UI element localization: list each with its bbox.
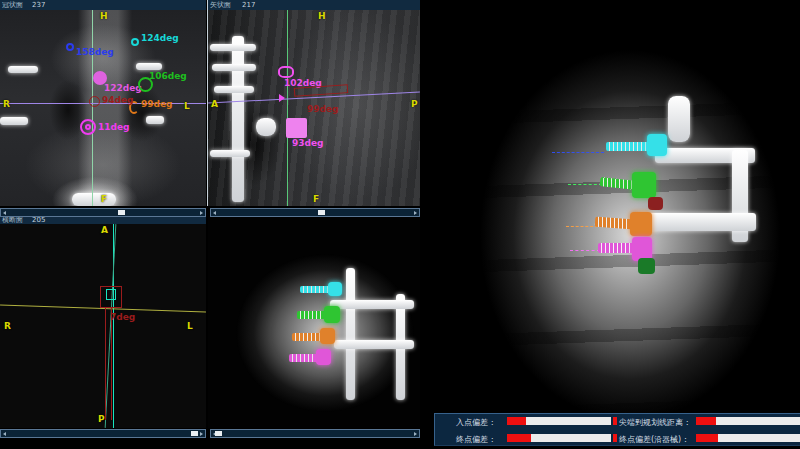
orientation-marker-right: L xyxy=(187,321,193,331)
screw-handle-inner-ring xyxy=(85,124,91,130)
metric-label: 终点偏差(沿器械)： xyxy=(619,435,689,444)
axial-ct-image[interactable] xyxy=(0,224,206,428)
crosshair-vertical-line[interactable] xyxy=(92,10,93,206)
metric-label: 终点偏差： xyxy=(456,435,496,444)
scroll-right-arrow[interactable] xyxy=(414,432,417,436)
orientation-marker-top: H xyxy=(318,11,326,21)
angle-label: 7deg xyxy=(110,312,135,322)
trajectory-line-green xyxy=(568,184,602,185)
trajectory-arrow-magenta xyxy=(279,94,285,102)
angle-label: 99deg xyxy=(141,99,173,109)
screw-magenta[interactable] xyxy=(598,243,634,253)
implant-bright-area xyxy=(668,96,690,142)
angle-label: 94deg xyxy=(102,95,134,105)
sagittal-title: 矢状面 xyxy=(210,0,231,10)
angle-label: 158deg xyxy=(76,47,114,57)
coronal-slice-number: 237 xyxy=(32,0,45,10)
mini-3d-scrollbar[interactable] xyxy=(210,429,420,438)
axial-ct-slice xyxy=(2,240,204,428)
orientation-marker-bottom: F xyxy=(101,194,107,204)
orientation-marker-right: P xyxy=(411,99,418,109)
axial-slice-scrollbar[interactable] xyxy=(0,429,206,438)
coronal-slice-scrollbar[interactable] xyxy=(0,208,206,217)
metric-bar-fill xyxy=(696,434,718,442)
screw-cyan-head[interactable] xyxy=(647,134,667,156)
axial-viewport-header: 横断面 205 xyxy=(0,216,206,224)
scrollbar-thumb[interactable] xyxy=(191,431,198,436)
scrollbar-thumb[interactable] xyxy=(118,210,125,215)
metric-bar-endcap xyxy=(613,434,617,442)
axial-viewport[interactable]: 横断面 205 7deg A P R L xyxy=(0,216,206,428)
screw-maroon-head[interactable] xyxy=(648,197,663,210)
screw-green-head[interactable] xyxy=(324,306,340,323)
implant-rod xyxy=(0,117,28,125)
screw-handle-magenta2[interactable] xyxy=(80,119,96,135)
implant-rod-vertical xyxy=(232,36,244,202)
viewport-separator xyxy=(207,0,208,206)
orientation-marker-left: A xyxy=(211,99,218,109)
trajectory-line-blue xyxy=(552,152,604,153)
orientation-marker-bottom: F xyxy=(313,194,319,204)
implant-rod xyxy=(146,116,164,124)
scroll-left-arrow[interactable] xyxy=(213,211,216,215)
screw-guide-line xyxy=(111,308,112,420)
screw-handle-magenta[interactable] xyxy=(278,66,294,78)
screw-orange-head[interactable] xyxy=(630,212,652,236)
crosshair-vertical-line[interactable] xyxy=(287,10,288,206)
screw-handle-darkred[interactable] xyxy=(89,96,100,107)
target-box-cyan xyxy=(106,289,116,300)
metric-bar-endcap xyxy=(613,417,617,425)
orientation-marker-top: A xyxy=(101,225,108,235)
metric-label: 尖端到规划线距离： xyxy=(619,418,691,427)
screw-orange-head[interactable] xyxy=(320,328,335,344)
metric-bar-fill xyxy=(507,417,526,425)
scroll-left-arrow[interactable] xyxy=(3,211,6,215)
screw-guide-line xyxy=(105,308,106,420)
implant-bright-area xyxy=(256,118,276,136)
scroll-left-arrow[interactable] xyxy=(3,432,6,436)
sagittal-slice-scrollbar[interactable] xyxy=(210,208,420,217)
coronal-viewport-header: 冠状面 237 xyxy=(0,0,206,10)
implant-bright-area xyxy=(72,193,116,206)
metric-bar xyxy=(696,417,800,425)
screw-green-head[interactable] xyxy=(632,172,656,198)
screw-magenta[interactable] xyxy=(289,354,319,362)
scrollbar-thumb[interactable] xyxy=(318,210,325,215)
orientation-marker-left: R xyxy=(3,99,10,109)
screw-handle-cyan[interactable] xyxy=(131,38,139,46)
mini-3d-viewport[interactable] xyxy=(208,216,420,428)
angle-label: 124deg xyxy=(141,33,179,43)
scroll-right-arrow[interactable] xyxy=(200,432,203,436)
trajectory-line-orange xyxy=(566,226,598,227)
main-3d-viewport[interactable] xyxy=(420,0,800,449)
implant-rod xyxy=(214,86,254,93)
implant-rod xyxy=(210,44,256,51)
scroll-right-arrow[interactable] xyxy=(200,211,203,215)
scroll-right-arrow[interactable] xyxy=(414,211,417,215)
angle-label: 11deg xyxy=(98,122,130,132)
implant-rod-vertical xyxy=(346,268,355,400)
screw-green[interactable] xyxy=(297,311,327,319)
sagittal-viewport-header: 矢状面 217 xyxy=(208,0,420,10)
angle-label: 93deg xyxy=(292,138,324,148)
sagittal-slice-number: 217 xyxy=(242,0,255,10)
implant-rod xyxy=(334,340,414,349)
coronal-viewport[interactable]: 冠状面 237 158deg 124deg 122deg 106deg 99de… xyxy=(0,0,206,206)
screw-handle-blue[interactable] xyxy=(66,43,74,51)
scrollbar-thumb[interactable] xyxy=(215,431,222,436)
screw-darkgreen-head[interactable] xyxy=(638,258,655,274)
implant-rod xyxy=(210,150,250,157)
screw-orange[interactable] xyxy=(292,333,322,341)
screw-cyan[interactable] xyxy=(606,142,650,151)
screw-handle-magenta-square[interactable] xyxy=(286,118,307,138)
angle-label: 122deg xyxy=(104,83,142,93)
metric-bar xyxy=(696,434,800,442)
screw-cyan-head[interactable] xyxy=(328,282,342,296)
sagittal-viewport[interactable]: 矢状面 217 102deg 99deg 93deg H F A P xyxy=(208,0,420,206)
orientation-marker-right: L xyxy=(184,101,190,111)
metric-bar-fill xyxy=(696,417,716,425)
trajectory-line-magenta xyxy=(570,250,600,251)
implant-rod xyxy=(8,66,38,73)
deviation-metrics-panel: 入点偏差： 终点偏差： 尖端到规划线距离： 终点偏差(沿器械)： xyxy=(434,413,800,446)
screw-magenta-head[interactable] xyxy=(316,349,331,365)
